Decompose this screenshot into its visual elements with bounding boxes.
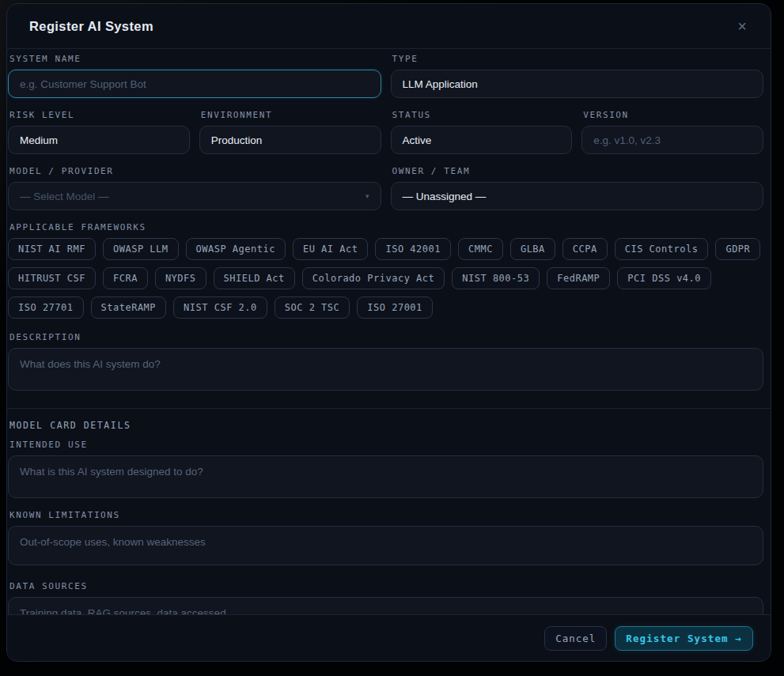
risk-level-label: RISK LEVEL bbox=[9, 110, 190, 120]
framework-chip[interactable]: FCRA bbox=[103, 267, 148, 289]
status-select[interactable]: Active bbox=[391, 126, 573, 154]
modal-body: SYSTEM NAME TYPE LLM Application RISK LE… bbox=[7, 49, 771, 615]
framework-chip[interactable]: ISO 27701 bbox=[8, 296, 84, 319]
modal-header: Register AI System × bbox=[7, 4, 771, 49]
model-provider-label: MODEL / PROVIDER bbox=[9, 166, 381, 176]
status-value: Active bbox=[403, 134, 432, 146]
framework-chip[interactable]: NYDFS bbox=[155, 267, 206, 289]
system-name-group: SYSTEM NAME bbox=[8, 54, 381, 98]
data-sources-group: DATA SOURCES bbox=[8, 581, 763, 615]
known-limitations-group: KNOWN LIMITATIONS bbox=[8, 510, 763, 565]
framework-chip[interactable]: NIST AI RMF bbox=[8, 238, 96, 260]
framework-chip[interactable]: ISO 42001 bbox=[375, 238, 451, 260]
framework-chip[interactable]: GDPR bbox=[715, 238, 760, 260]
risk-level-select[interactable]: Medium bbox=[8, 126, 190, 154]
framework-chip[interactable]: CIS Controls bbox=[615, 238, 709, 260]
model-provider-group: MODEL / PROVIDER — Select Model — ▾ bbox=[8, 166, 381, 210]
environment-select[interactable]: Production bbox=[199, 126, 381, 154]
system-name-label: SYSTEM NAME bbox=[9, 54, 381, 64]
frameworks-label: APPLICABLE FRAMEWORKS bbox=[9, 222, 763, 232]
framework-chip[interactable]: NIST CSF 2.0 bbox=[173, 296, 267, 319]
page-title: Register AI System bbox=[29, 19, 153, 34]
status-label: STATUS bbox=[392, 110, 573, 120]
version-input[interactable] bbox=[581, 126, 763, 154]
model-card-section-title: MODEL CARD DETAILS bbox=[9, 420, 763, 431]
cancel-button[interactable]: Cancel bbox=[544, 626, 607, 651]
framework-chip[interactable]: CCPA bbox=[562, 238, 608, 260]
version-label: VERSION bbox=[583, 110, 763, 120]
framework-chip[interactable]: HITRUST CSF bbox=[8, 267, 96, 289]
framework-chip[interactable]: CMMC bbox=[458, 238, 503, 260]
model-provider-select[interactable]: — Select Model — ▾ bbox=[8, 182, 381, 210]
intended-use-textarea[interactable] bbox=[8, 455, 763, 498]
description-textarea[interactable] bbox=[8, 348, 763, 391]
type-value: LLM Application bbox=[403, 78, 478, 90]
framework-chip[interactable]: SHIELD Act bbox=[214, 267, 295, 289]
status-group: STATUS Active bbox=[391, 110, 573, 154]
system-name-input[interactable] bbox=[8, 70, 381, 98]
close-icon: × bbox=[737, 17, 747, 35]
close-button[interactable]: × bbox=[734, 15, 750, 37]
modal-footer: Cancel Register System → bbox=[7, 614, 771, 661]
framework-chip[interactable]: OWASP Agentic bbox=[186, 238, 286, 260]
framework-chip[interactable]: StateRAMP bbox=[91, 296, 167, 319]
type-label: TYPE bbox=[392, 54, 764, 64]
data-sources-textarea[interactable] bbox=[8, 597, 763, 615]
section-divider bbox=[7, 408, 771, 409]
intended-use-label: INTENDED USE bbox=[9, 440, 763, 450]
description-group: DESCRIPTION bbox=[8, 332, 763, 391]
known-limitations-label: KNOWN LIMITATIONS bbox=[9, 510, 763, 520]
intended-use-group: INTENDED USE bbox=[8, 440, 763, 498]
type-group: TYPE LLM Application bbox=[391, 54, 764, 98]
known-limitations-textarea[interactable] bbox=[8, 526, 763, 565]
framework-chip[interactable]: NIST 800-53 bbox=[452, 267, 540, 289]
framework-chip[interactable]: Colorado Privacy Act bbox=[302, 267, 445, 289]
version-group: VERSION bbox=[581, 110, 763, 154]
environment-value: Production bbox=[211, 134, 263, 146]
chevron-down-icon: ▾ bbox=[365, 192, 369, 200]
register-system-button[interactable]: Register System → bbox=[615, 626, 753, 651]
framework-chip[interactable]: FedRAMP bbox=[547, 267, 610, 289]
owner-team-select[interactable]: — Unassigned — bbox=[391, 182, 764, 210]
framework-chip[interactable]: OWASP LLM bbox=[103, 238, 179, 260]
framework-chip[interactable]: PCI DSS v4.0 bbox=[617, 267, 711, 289]
register-ai-system-modal: Register AI System × SYSTEM NAME TYPE LL… bbox=[6, 3, 771, 662]
framework-chip[interactable]: GLBA bbox=[510, 238, 555, 260]
environment-label: ENVIRONMENT bbox=[201, 110, 381, 120]
framework-chip[interactable]: ISO 27001 bbox=[357, 296, 433, 319]
data-sources-label: DATA SOURCES bbox=[9, 581, 763, 591]
framework-chips: NIST AI RMFOWASP LLMOWASP AgenticEU AI A… bbox=[8, 238, 763, 319]
framework-chip[interactable]: EU AI Act bbox=[293, 238, 369, 260]
type-select[interactable]: LLM Application bbox=[391, 70, 764, 98]
model-provider-value: — Select Model — bbox=[20, 191, 109, 202]
risk-level-value: Medium bbox=[20, 134, 58, 146]
environment-group: ENVIRONMENT Production bbox=[199, 110, 381, 154]
risk-level-group: RISK LEVEL Medium bbox=[8, 110, 190, 154]
description-label: DESCRIPTION bbox=[9, 332, 763, 342]
framework-chip[interactable]: SOC 2 TSC bbox=[275, 296, 350, 319]
owner-team-group: OWNER / TEAM — Unassigned — bbox=[391, 166, 764, 210]
owner-team-label: OWNER / TEAM bbox=[392, 166, 764, 176]
owner-team-value: — Unassigned — bbox=[403, 191, 487, 202]
